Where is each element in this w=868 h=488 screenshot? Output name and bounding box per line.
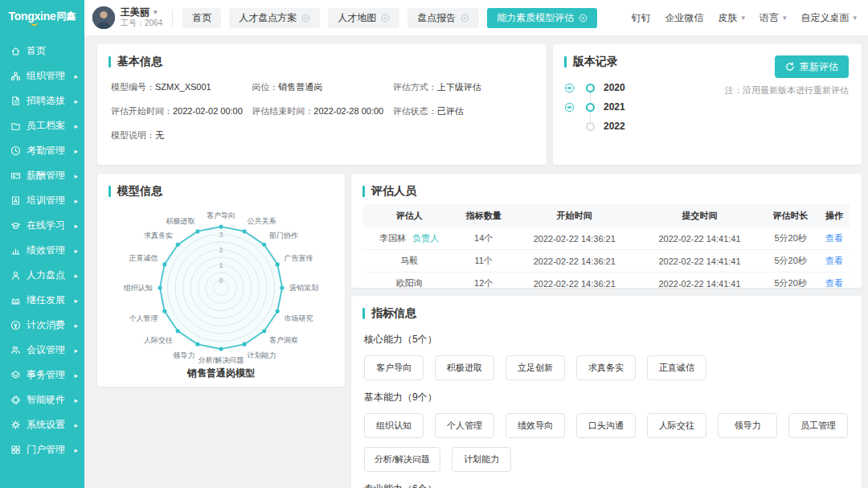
chevron-down-icon: ▾ bbox=[853, 14, 857, 22]
indicator-button[interactable]: 立足创新 bbox=[506, 355, 565, 380]
model-info-panel: 模型信息 0123客户导向公共关系部门协作广告宣传营销策划市场研究客户洞察计划能… bbox=[97, 174, 345, 387]
view-version-icon[interactable] bbox=[564, 102, 579, 113]
info-field: 模型编号：SZMX_XS001 bbox=[111, 81, 252, 93]
app-logo[interactable]: Tongxine同鑫 bbox=[0, 0, 84, 32]
sidebar-item-talent-review[interactable]: 人力盘点▸ bbox=[0, 263, 84, 288]
indicator-group-label: 专业能力（6个） bbox=[364, 482, 849, 488]
close-icon[interactable] bbox=[301, 14, 310, 23]
tab-home[interactable]: 首页 bbox=[182, 8, 221, 28]
field-label: 评估方式： bbox=[393, 82, 437, 92]
tab-talent-review-plan[interactable]: 人才盘点方案 bbox=[229, 8, 320, 28]
indicator-button[interactable]: 分析/解决问题 bbox=[364, 447, 440, 472]
chevron-right-icon: ▸ bbox=[74, 446, 78, 454]
field-value: 无 bbox=[155, 130, 164, 140]
topbar-action-wecom[interactable]: 企业微信 bbox=[665, 11, 703, 25]
indicator-button[interactable]: 员工管理 bbox=[788, 413, 848, 438]
tab-label: 人才地图 bbox=[338, 8, 376, 28]
view-link[interactable]: 查看 bbox=[825, 256, 843, 265]
topbar-action-custom-desktop[interactable]: 自定义桌面 ▾ bbox=[800, 11, 857, 25]
indicator-button[interactable]: 组织认知 bbox=[364, 413, 424, 438]
tab-label: 能力素质模型评估 bbox=[497, 8, 574, 28]
indicator-button[interactable]: 正直诚信 bbox=[647, 355, 706, 380]
sidebar-item-training[interactable]: 培训管理▸ bbox=[0, 188, 84, 213]
sidebar-item-attendance[interactable]: 考勤管理▸ bbox=[0, 138, 84, 163]
radar-chart-wrap: 0123客户导向公共关系部门协作广告宣传营销策划市场研究客户洞察计划能力分析/解… bbox=[97, 206, 345, 380]
version-year[interactable]: 2020 bbox=[604, 82, 625, 93]
sidebar-item-label: 员工档案 bbox=[27, 119, 65, 133]
performance-icon bbox=[10, 245, 21, 256]
field-label: 模型说明： bbox=[111, 130, 155, 140]
sidebar-item-performance[interactable]: 绩效管理▸ bbox=[0, 238, 84, 263]
svg-text:公共关系: 公共关系 bbox=[248, 217, 276, 225]
indicator-button[interactable]: 求真务实 bbox=[576, 355, 636, 380]
re-evaluate-button[interactable]: 重新评估 bbox=[775, 55, 849, 78]
version-record-panel: 版本记录 重新评估 注：沿用最新版本进行重新评估 202020212022 bbox=[553, 44, 862, 165]
topbar-action-skin[interactable]: 皮肤 ▾ bbox=[718, 11, 745, 25]
sidebar-item-org-manage[interactable]: 组织管理▸ bbox=[0, 64, 84, 88]
sidebar-item-recruit[interactable]: 招聘选拔▸ bbox=[0, 88, 84, 113]
duration-cell: 5分20秒 bbox=[762, 250, 818, 273]
chevron-right-icon: ▸ bbox=[74, 97, 78, 105]
sidebar-item-consume[interactable]: 计次消费▸ bbox=[0, 313, 84, 338]
indicator-button[interactable]: 口头沟通 bbox=[576, 413, 636, 438]
view-version-placeholder bbox=[564, 121, 579, 132]
sidebar-item-portal[interactable]: 门户管理▸ bbox=[0, 437, 84, 462]
close-icon[interactable] bbox=[381, 14, 390, 23]
chevron-down-icon: ▾ bbox=[154, 8, 158, 17]
version-year[interactable]: 2021 bbox=[604, 101, 625, 113]
hardware-icon bbox=[10, 395, 21, 405]
evaluator-name: 李国林 bbox=[379, 233, 406, 243]
topbar-action-dingtalk[interactable]: 钉钉 bbox=[631, 11, 650, 25]
chevron-right-icon: ▸ bbox=[74, 347, 78, 355]
version-entry-2021: 2021 bbox=[564, 97, 862, 117]
close-icon[interactable] bbox=[461, 14, 469, 23]
sidebar-item-home[interactable]: 首页 bbox=[0, 39, 84, 64]
field-label: 岗位： bbox=[252, 82, 278, 92]
indicator-button[interactable]: 绩效导向 bbox=[506, 413, 565, 438]
chevron-right-icon: ▸ bbox=[74, 72, 78, 80]
sidebar-item-succession[interactable]: 继任发展▸ bbox=[0, 288, 84, 313]
indicator-button[interactable]: 计划能力 bbox=[452, 447, 511, 472]
tab-talent-map[interactable]: 人才地图 bbox=[328, 8, 399, 28]
consume-icon bbox=[10, 320, 21, 330]
column-header: 评估时长 bbox=[762, 204, 818, 228]
column-header: 指标数量 bbox=[455, 204, 511, 228]
sidebar-item-settings[interactable]: 系统设置▸ bbox=[0, 412, 84, 437]
duration-cell: 5分20秒 bbox=[762, 228, 818, 250]
tab-bar: 首页人才盘点方案人才地图盘点报告能力素质模型评估 bbox=[182, 8, 597, 28]
sidebar-item-label: 培训管理 bbox=[27, 194, 65, 207]
tab-review-report[interactable]: 盘点报告 bbox=[407, 8, 479, 28]
chevron-right-icon: ▸ bbox=[74, 122, 78, 130]
close-icon[interactable] bbox=[579, 14, 588, 23]
indicator-button[interactable]: 个人管理 bbox=[435, 413, 494, 438]
tab-competency-model-eval[interactable]: 能力素质模型评估 bbox=[487, 8, 597, 28]
sidebar-item-elearning[interactable]: 在线学习▸ bbox=[0, 213, 84, 238]
main-content: 基本信息 模型编号：SZMX_XS001岗位：销售普通岗评估方式：上下级评估评估… bbox=[84, 35, 868, 488]
user-name: 王美丽 bbox=[121, 6, 149, 18]
sidebar-item-affairs[interactable]: 事务管理▸ bbox=[0, 363, 84, 388]
svg-text:积极进取: 积极进取 bbox=[166, 217, 195, 225]
view-link[interactable]: 查看 bbox=[825, 233, 843, 243]
owner-tag: 负责人 bbox=[412, 233, 439, 243]
sidebar-item-hardware[interactable]: 智能硬件▸ bbox=[0, 388, 84, 412]
indicator-button[interactable]: 人际交往 bbox=[647, 413, 706, 438]
employee-no: 工号：2064 bbox=[121, 18, 162, 29]
view-version-icon[interactable] bbox=[564, 83, 579, 93]
indicator-button[interactable]: 积极进取 bbox=[435, 355, 494, 380]
topbar-action-language[interactable]: 语言 ▾ bbox=[760, 11, 787, 25]
sidebar-item-employee-archive[interactable]: 员工档案▸ bbox=[0, 113, 84, 138]
tab-label: 首页 bbox=[192, 8, 211, 28]
chevron-right-icon: ▸ bbox=[74, 172, 78, 180]
sidebar-item-salary[interactable]: 薪酬管理▸ bbox=[0, 163, 84, 188]
view-link[interactable]: 查看 bbox=[825, 278, 843, 288]
recruit-icon bbox=[10, 96, 21, 106]
sidebar-item-meeting[interactable]: 会议管理▸ bbox=[0, 338, 84, 363]
talent-icon bbox=[10, 270, 21, 281]
attendance-icon bbox=[10, 146, 21, 156]
indicator-button[interactable]: 客户导向 bbox=[364, 355, 424, 380]
indicator-button[interactable]: 领导力 bbox=[718, 413, 777, 438]
section-marker bbox=[564, 56, 567, 68]
sidebar-item-label: 人力盘点 bbox=[27, 269, 65, 282]
user-menu[interactable]: 王美丽▾ 工号：2064 bbox=[92, 6, 162, 29]
version-year[interactable]: 2022 bbox=[604, 121, 625, 132]
